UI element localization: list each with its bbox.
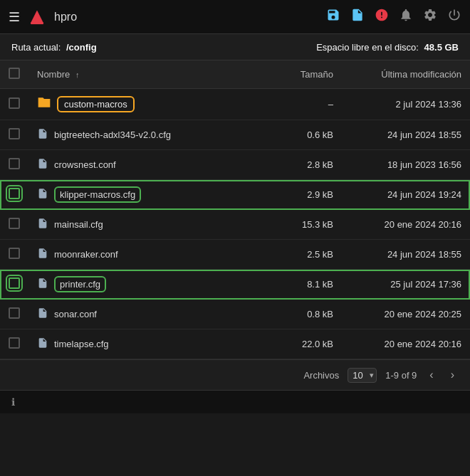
file-icon [37, 216, 48, 233]
row-checkbox[interactable] [9, 128, 20, 139]
file-icon [37, 127, 48, 143]
pagination-files-label: Archivos [303, 370, 339, 381]
table-row[interactable]: klipper-macros.cfg2.9 kB24 jun 2024 19:2… [0, 180, 470, 210]
table-row[interactable]: moonraker.conf2.5 kB24 jun 2024 18:55 [0, 240, 470, 270]
row-modified-cell: 20 ene 2024 20:16 [342, 329, 470, 359]
row-checkbox-cell [0, 300, 28, 329]
row-name-label: klipper-macros.cfg [54, 186, 141, 203]
warning-icon[interactable] [375, 8, 389, 26]
bottom-bar: ℹ [0, 390, 470, 413]
per-page-select[interactable]: 10 25 50 [348, 368, 377, 383]
pagination-range: 1-9 of 9 [385, 370, 417, 381]
row-name-label: timelapse.cfg [54, 339, 109, 349]
row-modified-cell: 20 ene 2024 20:16 [342, 210, 470, 240]
row-checkbox[interactable] [9, 277, 20, 289]
file-icon [37, 336, 48, 352]
row-size-cell: 15.3 kB [271, 210, 342, 240]
pagination-bar: Archivos 10 25 50 1-9 of 9 ‹ › [0, 359, 470, 390]
row-size-cell: 2.5 kB [271, 240, 342, 270]
table-row[interactable]: crowsnest.conf2.8 kB18 jun 2023 16:56 [0, 150, 470, 180]
row-checkbox[interactable] [9, 97, 20, 109]
row-name-label: bigtreetech-adxl345-v2.0.cfg [54, 129, 171, 140]
per-page-select-wrapper[interactable]: 10 25 50 [348, 368, 377, 383]
upload-icon[interactable] [350, 8, 365, 26]
row-name-cell[interactable]: sonar.conf [28, 300, 271, 329]
select-all-checkbox[interactable] [9, 68, 20, 79]
row-name-cell[interactable]: custom-macros [28, 89, 271, 120]
file-icon [37, 246, 48, 263]
hamburger-icon[interactable]: ☰ [9, 9, 20, 25]
row-size-cell: – [271, 89, 342, 120]
row-modified-cell: 20 ene 2024 20:25 [342, 300, 470, 329]
file-icon [37, 306, 48, 322]
navbar-right [326, 8, 461, 26]
row-modified-cell: 18 jun 2023 16:56 [342, 150, 470, 180]
row-checkbox-cell [0, 150, 28, 180]
info-bar: Ruta actual: /config Espacio libre en el… [0, 34, 470, 60]
row-modified-cell: 24 jun 2024 19:24 [342, 180, 470, 210]
row-name-cell[interactable]: printer.cfg [28, 270, 271, 300]
row-name-label: custom-macros [57, 96, 135, 112]
row-modified-cell: 2 jul 2024 13:36 [342, 89, 470, 120]
row-checkbox[interactable] [9, 218, 20, 229]
file-icon [37, 157, 48, 173]
row-name-cell[interactable]: bigtreetech-adxl345-v2.0.cfg [28, 120, 271, 150]
file-icon [37, 186, 48, 203]
th-size: Tamaño [271, 60, 342, 89]
file-icon [37, 276, 48, 292]
row-name-cell[interactable]: crowsnest.conf [28, 150, 271, 180]
row-name-cell[interactable]: moonraker.conf [28, 240, 271, 270]
row-checkbox-cell [0, 120, 28, 150]
row-name-cell[interactable]: timelapse.cfg [28, 329, 271, 359]
row-size-cell: 0.6 kB [271, 120, 342, 150]
save-icon[interactable] [326, 8, 340, 26]
file-table: Nombre ↑ Tamaño Última modificación cust… [0, 60, 470, 359]
row-checkbox[interactable] [9, 307, 20, 319]
table-header-row: Nombre ↑ Tamaño Última modificación [0, 60, 470, 89]
next-page-button[interactable]: › [446, 367, 459, 383]
row-name-label: mainsail.cfg [54, 219, 103, 230]
info-icon: ℹ [11, 396, 15, 408]
row-checkbox-cell [0, 240, 28, 270]
table-row[interactable]: bigtreetech-adxl345-v2.0.cfg0.6 kB24 jun… [0, 120, 470, 150]
row-modified-cell: 24 jun 2024 18:55 [342, 240, 470, 270]
navbar-left: ☰ hpro [9, 7, 326, 27]
row-checkbox-cell [0, 89, 28, 120]
row-name-cell[interactable]: klipper-macros.cfg [28, 180, 271, 210]
th-name[interactable]: Nombre ↑ [28, 60, 271, 89]
row-size-cell: 2.9 kB [271, 180, 342, 210]
table-row[interactable]: custom-macros–2 jul 2024 13:36 [0, 89, 470, 120]
table-row[interactable]: sonar.conf0.8 kB20 ene 2024 20:25 [0, 300, 470, 329]
row-size-cell: 22.0 kB [271, 329, 342, 359]
row-checkbox[interactable] [9, 337, 20, 349]
table-row[interactable]: timelapse.cfg22.0 kB20 ene 2024 20:16 [0, 329, 470, 359]
row-name-label: crowsnest.conf [54, 159, 116, 170]
table-row[interactable]: printer.cfg8.1 kB25 jul 2024 17:36 [0, 270, 470, 300]
power-icon[interactable] [447, 8, 461, 26]
row-name-cell[interactable]: mainsail.cfg [28, 210, 271, 240]
current-path: Ruta actual: /config [11, 41, 97, 53]
bell-icon[interactable] [399, 8, 413, 26]
th-modified: Última modificación [342, 60, 470, 89]
row-checkbox-cell [0, 270, 28, 300]
row-checkbox-cell [0, 329, 28, 359]
row-checkbox[interactable] [9, 248, 20, 259]
row-name-label: printer.cfg [54, 276, 106, 292]
row-checkbox[interactable] [9, 188, 20, 199]
row-checkbox-cell [0, 210, 28, 240]
row-size-cell: 0.8 kB [271, 300, 342, 329]
disk-space: Espacio libre en el disco: 48.5 GB [316, 41, 459, 53]
row-checkbox[interactable] [9, 158, 20, 169]
table-row[interactable]: mainsail.cfg15.3 kB20 ene 2024 20:16 [0, 210, 470, 240]
sort-arrow-icon: ↑ [75, 70, 80, 79]
file-rows: custom-macros–2 jul 2024 13:36bigtreetec… [0, 89, 470, 359]
row-name-label: moonraker.conf [54, 249, 118, 260]
navbar: ☰ hpro [0, 0, 470, 34]
gear-icon[interactable] [423, 8, 437, 26]
svg-marker-0 [31, 11, 43, 23]
row-modified-cell: 25 jul 2024 17:36 [342, 270, 470, 300]
row-size-cell: 2.8 kB [271, 150, 342, 180]
prev-page-button[interactable]: ‹ [425, 367, 437, 383]
row-checkbox-cell [0, 180, 28, 210]
logo-icon [27, 7, 47, 27]
